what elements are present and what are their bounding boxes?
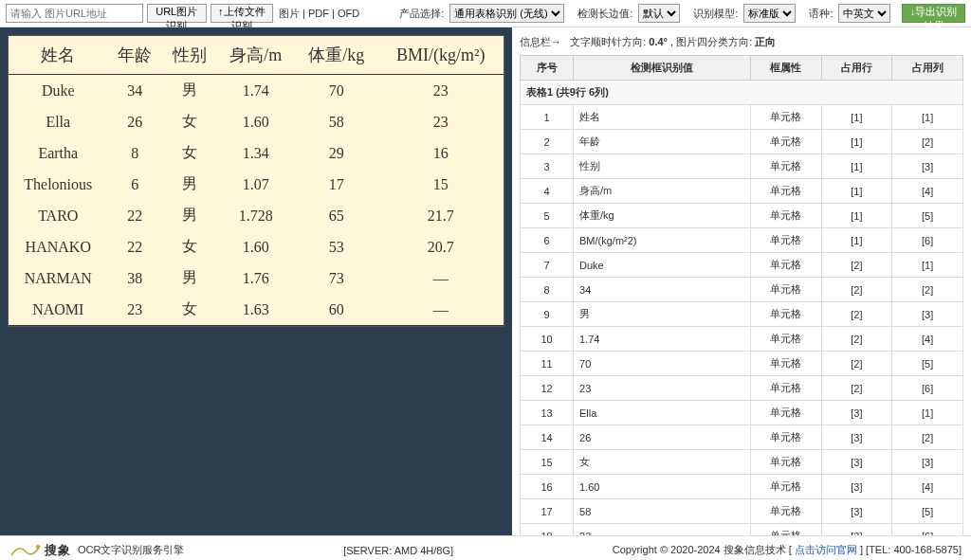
result-row[interactable]: 13Ella单元格[3][1] xyxy=(521,401,963,425)
doc-cell: 70 xyxy=(295,75,378,107)
result-row[interactable]: 5体重/kg单元格[1][5] xyxy=(521,204,963,228)
result-title: 表格1 (共9行 6列) xyxy=(521,81,963,105)
url-input[interactable] xyxy=(6,4,143,23)
result-row[interactable]: 3性别单元格[1][3] xyxy=(521,154,963,179)
official-site-link[interactable]: 点击访问官网 xyxy=(795,544,857,555)
edge-label: 检测长边值: xyxy=(576,7,634,21)
main-area: 姓名年龄性别身高/m体重/kgBMI/(kg/m²) Duke34男1.7470… xyxy=(0,27,971,535)
doc-cell: 22 xyxy=(108,231,163,262)
result-row[interactable]: 4身高/m单元格[1][4] xyxy=(521,179,963,204)
doc-cell: 女 xyxy=(162,294,217,326)
result-row[interactable]: 1758单元格[3][5] xyxy=(521,499,963,524)
result-row[interactable]: 101.74单元格[2][4] xyxy=(521,327,963,352)
lang-select[interactable]: 中英文 xyxy=(838,4,890,23)
server-info: [SERVER: AMD 4H/8G] xyxy=(343,545,453,556)
result-cell: 单元格 xyxy=(750,228,821,253)
footer: 搜象 OCR文字识别服务引擎 [SERVER: AMD 4H/8G] Copyr… xyxy=(0,535,971,560)
result-row[interactable]: 834单元格[2][2] xyxy=(521,278,963,302)
result-cell: 单元格 xyxy=(750,327,821,352)
url-recognize-button[interactable]: URL图片识别 xyxy=(147,4,207,23)
result-header: 占用列 xyxy=(892,56,963,81)
document-preview: 姓名年龄性别身高/m体重/kgBMI/(kg/m²) Duke34男1.7470… xyxy=(8,35,504,327)
edge-select[interactable]: 默认 xyxy=(638,4,680,23)
result-cell: [3] xyxy=(821,524,892,536)
result-cell: [2] xyxy=(821,327,892,352)
file-types-label: 图片 | PDF | OFD xyxy=(277,7,361,21)
image-panel: 姓名年龄性别身高/m体重/kgBMI/(kg/m²) Duke34男1.7470… xyxy=(0,27,512,535)
result-row[interactable]: 6BM/(kg/m²2)单元格[1][6] xyxy=(521,228,963,253)
result-cell: [2] xyxy=(892,278,963,302)
svg-point-0 xyxy=(36,545,40,549)
result-cell: 1.74 xyxy=(574,327,751,352)
result-cell: 女 xyxy=(574,450,751,475)
doc-cell: 16 xyxy=(377,137,504,169)
result-row[interactable]: 1426单元格[3][2] xyxy=(521,425,963,450)
doc-cell: 21.7 xyxy=(377,200,504,231)
result-cell: 身高/m xyxy=(574,179,751,204)
doc-cell: — xyxy=(377,262,504,294)
doc-header: 身高/m xyxy=(217,36,295,75)
export-button[interactable]: ↓导出识别结果 xyxy=(902,4,965,23)
brand-name: 搜象 xyxy=(45,542,71,559)
doc-cell: 23 xyxy=(377,106,504,137)
quad-label: , 图片四分类方向: xyxy=(670,36,752,47)
result-cell: [3] xyxy=(892,450,963,475)
result-header: 序号 xyxy=(521,56,574,81)
doc-cell: Eartha xyxy=(9,137,108,169)
result-cell: 单元格 xyxy=(750,450,821,475)
doc-cell: 29 xyxy=(295,137,378,169)
result-cell: Duke xyxy=(574,253,751,278)
upload-button[interactable]: ↑上传文件识别 xyxy=(211,4,274,23)
doc-cell: 58 xyxy=(295,106,378,137)
doc-row: Ella26女1.605823 xyxy=(9,106,504,137)
result-cell: 9 xyxy=(521,302,574,327)
doc-cell: 1.728 xyxy=(217,200,295,231)
result-cell: 单元格 xyxy=(750,302,821,327)
doc-cell: NAOMI xyxy=(9,294,108,326)
result-cell: 7 xyxy=(521,253,574,278)
copyright: Copyright © 2020-2024 搜象信息技术 [ 点击访问官网 ] … xyxy=(613,543,962,557)
result-cell: 23 xyxy=(574,376,751,401)
doc-cell: Duke xyxy=(9,75,108,107)
result-cell: [3] xyxy=(821,475,892,499)
result-row[interactable]: 1223单元格[2][6] xyxy=(521,376,963,401)
result-row[interactable]: 161.60单元格[3][4] xyxy=(521,475,963,499)
result-cell: 15 xyxy=(521,450,574,475)
result-row[interactable]: 2年龄单元格[1][2] xyxy=(521,130,963,154)
brand-tagline: OCR文字识别服务引擎 xyxy=(78,543,184,557)
product-select[interactable]: 通用表格识别 (无线) xyxy=(449,4,564,23)
result-cell: [4] xyxy=(892,179,963,204)
result-cell: 年龄 xyxy=(574,130,751,154)
result-cell: 2 xyxy=(521,130,574,154)
result-row[interactable]: 7Duke单元格[2][1] xyxy=(521,253,963,278)
doc-cell: 17 xyxy=(295,169,378,200)
doc-cell: 1.76 xyxy=(217,262,295,294)
result-cell: [2] xyxy=(821,352,892,376)
result-row[interactable]: 9男单元格[2][3] xyxy=(521,302,963,327)
result-cell: BM/(kg/m²2) xyxy=(574,228,751,253)
result-cell: [3] xyxy=(892,154,963,179)
result-cell: [1] xyxy=(892,401,963,425)
doc-cell: TARO xyxy=(9,200,108,231)
doc-cell: 23 xyxy=(108,294,163,326)
rotation-value: 0.4° xyxy=(649,36,668,47)
result-header: 框属性 xyxy=(750,56,821,81)
result-cell: 单元格 xyxy=(750,376,821,401)
doc-cell: 男 xyxy=(162,169,217,200)
result-row[interactable]: 1823单元格[3][6] xyxy=(521,524,963,536)
result-row[interactable]: 1姓名单元格[1][1] xyxy=(521,105,963,130)
doc-row: NARMAN38男1.7673— xyxy=(9,262,504,294)
result-row[interactable]: 1170单元格[2][5] xyxy=(521,352,963,376)
result-cell: [2] xyxy=(821,376,892,401)
doc-row: NAOMI23女1.6360— xyxy=(9,294,504,326)
doc-cell: 34 xyxy=(108,75,163,107)
model-select[interactable]: 标准版 xyxy=(743,4,796,23)
result-cell: 性别 xyxy=(574,154,751,179)
doc-cell: 6 xyxy=(108,169,163,200)
result-cell: Ella xyxy=(574,401,751,425)
result-cell: 单元格 xyxy=(750,130,821,154)
result-table: 序号检测框识别值框属性占用行占用列 表格1 (共9行 6列)1姓名单元格[1][… xyxy=(520,55,963,535)
result-row[interactable]: 15女单元格[3][3] xyxy=(521,450,963,475)
result-cell: [4] xyxy=(892,475,963,499)
result-cell: [2] xyxy=(821,253,892,278)
